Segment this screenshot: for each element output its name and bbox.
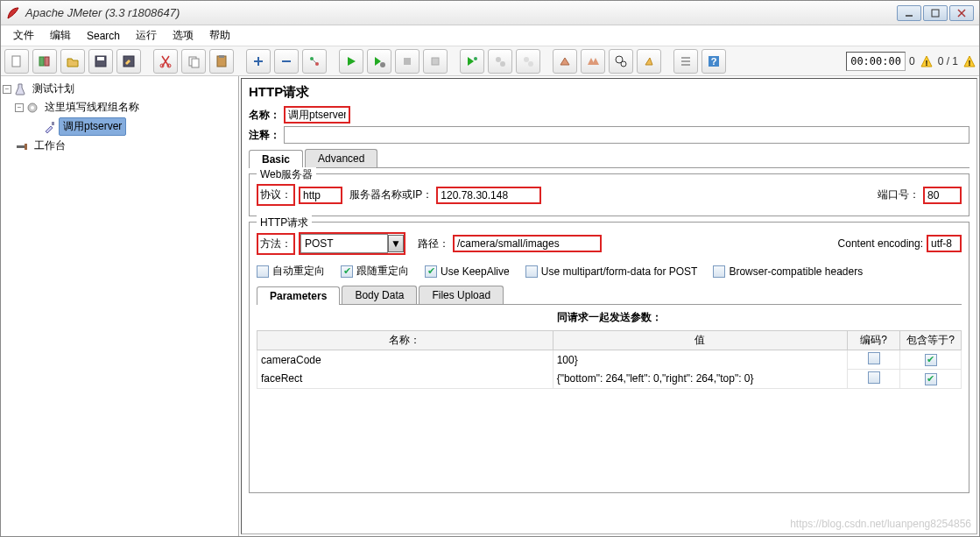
- tree-test-plan[interactable]: − 测试计划: [3, 80, 236, 98]
- cb-auto-redirect[interactable]: 自动重定向: [257, 264, 325, 279]
- save-as-icon[interactable]: [116, 49, 141, 74]
- expand-icon[interactable]: [246, 49, 271, 74]
- tab-basic[interactable]: Basic: [249, 150, 303, 168]
- host-label: 服务器名称或IP：: [349, 187, 433, 202]
- watermark: https://blog.csdn.net/luanpeng8254856: [790, 518, 971, 530]
- collapse-icon[interactable]: −: [15, 103, 24, 112]
- comment-input[interactable]: [284, 126, 969, 144]
- panel-title: HTTP请求: [249, 84, 969, 101]
- clear-all-icon[interactable]: [581, 49, 605, 74]
- maximize-button[interactable]: [923, 5, 948, 21]
- new-icon[interactable]: [4, 49, 29, 74]
- table-row[interactable]: cameraCode 100} ✔: [257, 350, 962, 370]
- svg-rect-1: [932, 10, 939, 17]
- svg-text:!: !: [925, 59, 927, 67]
- tab-advanced[interactable]: Advanced: [305, 149, 377, 167]
- enc-label: Content encoding:: [838, 237, 923, 250]
- help-icon[interactable]: ?: [702, 49, 726, 74]
- templates-icon[interactable]: [32, 49, 57, 74]
- encode-checkbox[interactable]: [868, 371, 880, 384]
- start-icon[interactable]: [339, 49, 363, 74]
- config-tabs: Basic Advanced Web服务器 协议： 服务器名称或IP： 端口号：: [249, 149, 969, 493]
- stop-icon[interactable]: [395, 49, 419, 74]
- menubar: 文件 编辑 Search 运行 选项 帮助: [1, 25, 979, 46]
- svg-text:!: !: [969, 59, 971, 67]
- remote-shutdown-icon[interactable]: [516, 49, 540, 74]
- cut-icon[interactable]: [153, 49, 178, 74]
- enc-input[interactable]: [927, 235, 962, 252]
- cb-keepalive[interactable]: ✔Use KeepAlive: [425, 265, 510, 278]
- minimize-button[interactable]: [897, 5, 921, 21]
- svg-point-28: [524, 57, 529, 62]
- port-input[interactable]: [923, 187, 962, 204]
- include-eq-checkbox[interactable]: ✔: [925, 354, 937, 366]
- flask-icon: [13, 82, 27, 96]
- save-icon[interactable]: [88, 49, 113, 74]
- remote-start-icon[interactable]: [460, 49, 484, 74]
- thread-count: 0 / 1: [938, 55, 958, 67]
- paste-icon[interactable]: [209, 49, 234, 74]
- gear-icon: [25, 101, 39, 115]
- remote-stop-icon[interactable]: [488, 49, 512, 74]
- function-helper-icon[interactable]: [673, 49, 698, 74]
- open-icon[interactable]: [60, 49, 85, 74]
- col-value: 值: [553, 331, 847, 350]
- menu-run[interactable]: 运行: [129, 26, 164, 45]
- svg-rect-6: [45, 57, 49, 66]
- subtab-body-data[interactable]: Body Data: [342, 286, 417, 304]
- clear-icon[interactable]: [553, 49, 577, 74]
- include-eq-checkbox[interactable]: ✔: [925, 373, 937, 385]
- path-input[interactable]: [453, 235, 602, 252]
- tree-workbench[interactable]: 工作台: [3, 137, 236, 155]
- table-row[interactable]: faceRect {"bottom": 264,"left": 0,"right…: [257, 370, 962, 389]
- toggle-icon[interactable]: [302, 49, 327, 74]
- start-no-pause-icon[interactable]: [367, 49, 391, 74]
- svg-rect-42: [17, 145, 25, 148]
- cb-follow-redirect[interactable]: ✔跟随重定向: [341, 264, 409, 279]
- svg-point-25: [474, 57, 477, 60]
- copy-icon[interactable]: [181, 49, 206, 74]
- menu-help[interactable]: 帮助: [202, 26, 237, 45]
- proto-input[interactable]: [299, 187, 342, 204]
- svg-point-29: [528, 61, 533, 67]
- host-input[interactable]: [436, 187, 541, 204]
- tree-thread-group[interactable]: − 这里填写线程组名称: [3, 98, 236, 117]
- svg-rect-15: [219, 55, 224, 58]
- search-tree-icon[interactable]: [609, 49, 633, 74]
- name-input[interactable]: [284, 106, 350, 124]
- tree-http-sampler[interactable]: 调用ptserver: [3, 117, 236, 137]
- main-panel: HTTP请求 名称： 注释： Basic Advanced Web服务器 协议：: [241, 78, 977, 534]
- svg-rect-5: [39, 57, 44, 66]
- svg-point-26: [496, 57, 501, 62]
- warning-icon: !: [920, 55, 933, 67]
- cb-multipart[interactable]: Use multipart/form-data for POST: [525, 265, 698, 278]
- svg-point-27: [500, 61, 505, 67]
- reset-search-icon[interactable]: [637, 49, 661, 74]
- menu-file[interactable]: 文件: [6, 26, 41, 45]
- subtab-parameters[interactable]: Parameters: [257, 286, 340, 305]
- svg-point-40: [31, 106, 34, 110]
- method-label: 方法：: [257, 233, 295, 255]
- menu-options[interactable]: 选项: [166, 26, 201, 45]
- collapse-icon[interactable]: [274, 49, 299, 74]
- shutdown-icon[interactable]: [423, 49, 448, 74]
- app-window: Apache JMeter (3.3 r1808647) 文件 编辑 Searc…: [0, 0, 980, 537]
- method-dropdown-button[interactable]: ▼: [388, 235, 404, 252]
- window-title: Apache JMeter (3.3 r1808647): [25, 6, 180, 19]
- menu-search[interactable]: Search: [80, 28, 127, 44]
- svg-rect-24: [432, 58, 439, 65]
- collapse-icon[interactable]: −: [3, 85, 11, 94]
- menu-edit[interactable]: 编辑: [43, 26, 78, 45]
- cb-browser-headers[interactable]: Browser-compatible headers: [713, 265, 863, 278]
- svg-rect-23: [404, 58, 411, 65]
- close-button[interactable]: [949, 5, 974, 21]
- path-label: 路径：: [418, 237, 449, 251]
- subtab-files-upload[interactable]: Files Upload: [419, 286, 504, 304]
- port-label: 端口号：: [878, 187, 920, 202]
- comment-label: 注释：: [249, 128, 280, 143]
- col-include-eq: 包含等于?: [900, 331, 962, 350]
- method-select[interactable]: POST: [300, 234, 388, 253]
- encode-checkbox[interactable]: [868, 352, 880, 364]
- params-table: 名称： 值 编码? 包含等于? cameraCode 100} ✔: [257, 330, 962, 389]
- svg-rect-41: [52, 122, 54, 125]
